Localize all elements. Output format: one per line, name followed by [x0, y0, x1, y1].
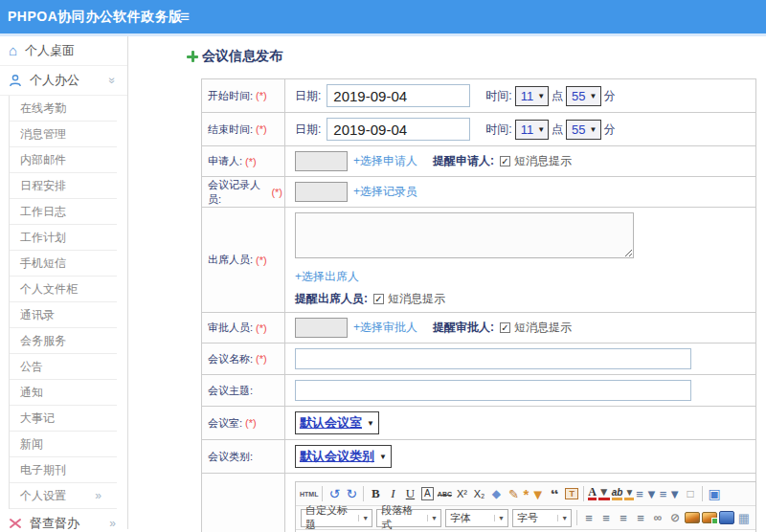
meeting-subject-input[interactable]: [295, 380, 691, 401]
required-mark: (*): [256, 353, 267, 365]
sidebar-item[interactable]: 通讯录: [10, 302, 117, 328]
sidebar-item[interactable]: 电子期刊: [10, 457, 117, 483]
field-label: [202, 474, 285, 532]
sidebar-item-desktop[interactable]: ⌂ 个人桌面: [0, 36, 127, 66]
undo-button[interactable]: ↺: [327, 485, 342, 502]
sidebar-item[interactable]: 大事记: [10, 406, 117, 432]
sidebar-item[interactable]: 在线考勤: [10, 96, 117, 122]
sms-checkbox[interactable]: [373, 294, 384, 304]
field-label: 会议主题:: [202, 375, 285, 406]
choose-attendees-link[interactable]: +选择出席人: [295, 270, 359, 283]
form-row-meeting-category: 会议类别: 默认会议类别 ▼: [202, 440, 755, 474]
sms-checkbox[interactable]: [500, 322, 510, 333]
hamburger-icon[interactable]: ≡: [180, 8, 190, 27]
sidebar-item[interactable]: 工作计划: [10, 225, 117, 251]
meeting-name-input[interactable]: [295, 348, 691, 369]
sidebar-item[interactable]: 日程安排: [10, 173, 117, 199]
subscript-button[interactable]: X₂: [471, 485, 486, 502]
sidebar-item-office[interactable]: 个人办公 »: [0, 66, 127, 96]
sidebar-item[interactable]: 工作日志: [10, 199, 117, 225]
end-hour-select[interactable]: 11▼: [515, 120, 549, 140]
font-family-select[interactable]: 字体▼: [445, 509, 508, 527]
form-row-attendees: 出席人员: (*) +选择出席人 提醒出席人员: 短消息提示: [202, 208, 755, 313]
meeting-room-select[interactable]: 默认会议室 ▼: [295, 411, 379, 434]
choose-applicant-link[interactable]: +选择申请人: [353, 153, 417, 169]
ordered-list-button[interactable]: ≡▼: [636, 485, 657, 502]
end-minute-select[interactable]: 55▼: [566, 120, 600, 140]
start-hour-select[interactable]: 11▼: [515, 86, 549, 106]
dropdown-arrow-icon: ▼: [358, 515, 372, 521]
select-arrow-icon: ▼: [537, 125, 545, 134]
font-color-button[interactable]: A▼: [588, 485, 610, 502]
align-justify-button[interactable]: ≡: [633, 509, 648, 526]
sidebar-item-label: 会务服务: [20, 333, 66, 349]
sms-checkbox[interactable]: [500, 156, 510, 166]
home-icon: ⌂: [9, 44, 17, 57]
sidebar-item[interactable]: 会务服务: [10, 328, 117, 354]
sidebar-item-label: 通知: [20, 385, 43, 401]
choose-recorder-link[interactable]: +选择记录员: [353, 184, 417, 200]
custom-heading-select[interactable]: 自定义标题▼: [301, 509, 372, 527]
align-center-button[interactable]: ≡: [598, 509, 614, 526]
insert-media-button[interactable]: [719, 511, 734, 524]
redo-button[interactable]: ↻: [344, 485, 359, 502]
superscript-button[interactable]: X²: [454, 485, 469, 502]
dropdown-arrow-icon: ▼: [645, 487, 658, 501]
sidebar-item[interactable]: 新闻: [10, 432, 117, 457]
paragraph-format-select[interactable]: 段落格式▼: [376, 509, 441, 527]
italic-button[interactable]: I: [385, 485, 400, 502]
underline-button[interactable]: U: [402, 485, 417, 502]
start-date-input[interactable]: [327, 84, 470, 107]
recorder-input[interactable]: [295, 182, 348, 202]
sidebar-item[interactable]: 公告: [10, 354, 117, 380]
align-right-button[interactable]: ≡: [616, 509, 631, 526]
form-row-applicant: 申请人: (*) +选择申请人 提醒申请人: 短消息提示: [202, 146, 755, 177]
fontstyle-button[interactable]: A: [419, 485, 435, 502]
link-button[interactable]: ∞: [650, 509, 665, 526]
highlight-color-button[interactable]: ab▼: [612, 485, 635, 502]
approver-input[interactable]: [295, 318, 348, 338]
sidebar-item[interactable]: 个人文件柜: [10, 277, 117, 302]
eraser-button[interactable]: ◆: [488, 485, 504, 502]
sidebar-item-settings[interactable]: 个人设置 »: [10, 483, 117, 509]
insert-image-button[interactable]: [685, 512, 700, 523]
attendees-textarea[interactable]: [295, 212, 634, 258]
sidebar-item-label: 个人设置: [20, 488, 66, 504]
bold-button[interactable]: B: [368, 485, 383, 502]
date-label: 日期:: [295, 122, 321, 138]
align-left-button[interactable]: ≡: [581, 509, 597, 526]
chevron-right-icon: »: [109, 517, 116, 530]
insert-table-button[interactable]: ▦: [736, 509, 752, 526]
format-brush-button[interactable]: ✎: [506, 485, 521, 502]
sidebar-item[interactable]: 手机短信: [10, 251, 117, 277]
sidebar-item[interactable]: 内部邮件: [10, 147, 117, 173]
form-row-content-editor: HTML↺↻BIUAABCX²X₂◆✎*▼“TA▼ab▼≡▼≡▼□▣ 自定义标题…: [202, 474, 755, 532]
sidebar-item[interactable]: 消息管理: [10, 122, 117, 147]
select-arrow-icon: ▼: [590, 92, 597, 100]
app-title: PHPOA协同办公软件政务版: [8, 9, 183, 26]
dropdown-arrow-icon: ▼: [598, 487, 610, 500]
upload-image-button[interactable]: [702, 512, 717, 523]
dropdown-arrow-icon: ▼: [668, 487, 681, 501]
choose-approver-link[interactable]: +选择审批人: [353, 320, 417, 336]
paste-text-button[interactable]: T: [564, 485, 579, 502]
font-size-select[interactable]: 字号▼: [512, 509, 572, 527]
autotypeset-button[interactable]: *▼: [523, 485, 545, 502]
applicant-input[interactable]: [295, 151, 348, 171]
sidebar-item[interactable]: 通知: [10, 380, 117, 406]
blockquote-button[interactable]: “: [547, 485, 562, 502]
sidebar-item-label: 个人桌面: [25, 42, 75, 59]
end-date-input[interactable]: [327, 118, 470, 141]
sidebar-item-label: 督查督办: [30, 515, 79, 532]
sidebar-item-supervise[interactable]: 督查督办 »: [0, 509, 127, 532]
new-page-button[interactable]: □: [683, 485, 698, 502]
sidebar-office-submenu: 在线考勤消息管理内部邮件日程安排工作日志工作计划手机短信个人文件柜通讯录会务服务…: [9, 96, 127, 483]
meeting-category-select[interactable]: 默认会议类别 ▼: [295, 445, 392, 468]
unlink-button[interactable]: ⊘: [667, 509, 683, 526]
unordered-list-button[interactable]: ≡▼: [660, 485, 681, 502]
start-minute-select[interactable]: 55▼: [566, 86, 600, 106]
html-source-button[interactable]: HTML: [300, 485, 318, 502]
hour-suffix: 点: [552, 122, 563, 138]
strikethrough-button[interactable]: ABC: [437, 485, 452, 502]
fullscreen-button[interactable]: ▣: [707, 485, 722, 502]
